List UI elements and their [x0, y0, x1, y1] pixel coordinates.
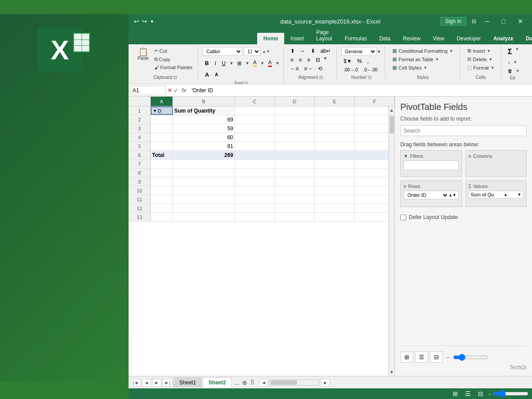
h-scroll-left[interactable]: ◄: [259, 379, 268, 387]
cell-b7[interactable]: [173, 160, 235, 168]
cell-d6[interactable]: [275, 151, 315, 159]
row-header-10[interactable]: 10: [129, 186, 151, 195]
cell-e11[interactable]: [315, 195, 355, 203]
cell-e6[interactable]: [315, 151, 355, 159]
cell-d11[interactable]: [275, 195, 315, 203]
cell-d2[interactable]: [275, 115, 315, 124]
zoom-minus-btn[interactable]: –: [489, 391, 491, 396]
signin-button[interactable]: Sign in: [440, 17, 466, 26]
insert-dropdown-icon[interactable]: ▼: [487, 49, 491, 53]
cell-b1[interactable]: Sum of Quantity: [173, 106, 235, 115]
sheet-nav-next[interactable]: ►: [152, 379, 161, 387]
compact-view-btn[interactable]: ⊟: [430, 352, 443, 363]
decrease-font-btn[interactable]: A: [213, 71, 220, 78]
cell-a2[interactable]: [151, 115, 173, 124]
cell-c11[interactable]: [235, 195, 275, 203]
pivot-columns-area[interactable]: ≡ Columns: [466, 150, 527, 177]
rows-field-up-icon[interactable]: ▲: [449, 193, 453, 197]
cell-d10[interactable]: [275, 186, 315, 195]
qat-dropdown[interactable]: ▼: [150, 19, 154, 24]
cell-e3[interactable]: [315, 124, 355, 133]
cell-d13[interactable]: [275, 213, 315, 221]
tab-developer[interactable]: Developer: [450, 33, 487, 44]
cell-f5[interactable]: [355, 142, 388, 150]
row-header-13[interactable]: 13: [129, 213, 151, 221]
window-mode-btn[interactable]: ⊟: [472, 18, 476, 24]
col-header-e[interactable]: E: [315, 97, 355, 106]
cell-c12[interactable]: [235, 204, 275, 212]
cut-btn[interactable]: ✂ Cut: [153, 47, 195, 55]
cell-b6[interactable]: 269: [173, 151, 235, 159]
cf-dropdown-icon[interactable]: ▼: [450, 49, 454, 53]
format-as-table-btn[interactable]: ▦ Format as Table ▼: [390, 55, 442, 63]
cell-f11[interactable]: [355, 195, 388, 203]
formula-confirm-btn[interactable]: ✓: [174, 87, 178, 94]
underline-btn[interactable]: U: [219, 59, 228, 67]
cell-d8[interactable]: [275, 168, 315, 177]
row-header-2[interactable]: 2: [129, 115, 151, 124]
cell-b5[interactable]: 81: [173, 142, 235, 150]
cell-c6[interactable]: [235, 151, 275, 159]
fill-btn[interactable]: ↓: [505, 59, 512, 66]
format-dropdown-icon[interactable]: ▼: [490, 66, 494, 70]
h-scroll-right[interactable]: ►: [321, 379, 330, 387]
page-layout-view-btn[interactable]: ☰: [463, 390, 473, 397]
tab-home[interactable]: Home: [257, 33, 284, 44]
col-header-b[interactable]: B: [173, 97, 235, 106]
scroll-up-arrow[interactable]: ▲: [388, 106, 395, 114]
col-header-d[interactable]: D: [275, 97, 315, 106]
sheet-nav-prev[interactable]: ◄: [142, 379, 151, 387]
outline-view-btn[interactable]: ☰: [415, 352, 428, 363]
sheet-nav-first[interactable]: |◄: [130, 379, 141, 387]
cell-a3[interactable]: [151, 124, 173, 133]
cell-f12[interactable]: [355, 204, 388, 212]
dollar-btn[interactable]: $▼: [341, 57, 354, 65]
copy-btn[interactable]: ⧉ Copy: [153, 55, 195, 63]
tab-design[interactable]: Design: [520, 33, 532, 44]
cell-a8[interactable]: [151, 168, 173, 177]
clear-dropdown-icon[interactable]: ▼: [516, 69, 520, 73]
pivot-rows-area[interactable]: ≡ Rows Order ID ▲ ▼: [400, 180, 462, 207]
cell-a7[interactable]: [151, 160, 173, 168]
tab-formulas[interactable]: Formulas: [338, 33, 373, 44]
normal-view-btn[interactable]: ⊞: [451, 390, 460, 397]
cell-a13[interactable]: [151, 213, 173, 221]
tab-analyze[interactable]: Analyze: [487, 33, 520, 44]
cell-a4[interactable]: [151, 133, 173, 141]
decrease-decimal-btn[interactable]: .0←.00: [361, 66, 379, 73]
col-header-f[interactable]: F: [355, 97, 395, 106]
cell-e12[interactable]: [315, 204, 355, 212]
row-header-5[interactable]: 5: [129, 142, 151, 150]
format-btn[interactable]: ⬚ Format ▼: [465, 64, 497, 71]
tab-insert[interactable]: Insert: [284, 33, 310, 44]
pivot-values-area[interactable]: Σ Values Sum of Qu ▲ ▼: [466, 180, 527, 207]
align-top-btn[interactable]: ⬆: [288, 47, 297, 55]
cell-c3[interactable]: [235, 124, 275, 133]
cell-c9[interactable]: [235, 177, 275, 186]
cell-a9[interactable]: [151, 177, 173, 186]
cell-a11[interactable]: [151, 195, 173, 203]
cell-d9[interactable]: [275, 177, 315, 186]
cell-a10[interactable]: [151, 186, 173, 195]
bold-btn[interactable]: B: [203, 59, 211, 67]
pivot-search-input[interactable]: [400, 125, 527, 136]
cell-e9[interactable]: [315, 177, 355, 186]
cell-c7[interactable]: [235, 160, 275, 168]
fill-dropdown-icon[interactable]: ▼: [513, 60, 517, 64]
undo-btn[interactable]: ↩: [134, 18, 139, 25]
cell-d12[interactable]: [275, 204, 315, 212]
align-middle-btn[interactable]: ↔: [298, 47, 308, 55]
zoom-slider[interactable]: [453, 354, 489, 361]
tab-view[interactable]: View: [426, 33, 450, 44]
cell-a6[interactable]: Total: [151, 151, 173, 159]
cell-f2[interactable]: [355, 115, 388, 124]
autosum-btn[interactable]: Σ: [505, 47, 514, 57]
number-format-select[interactable]: General: [341, 47, 377, 56]
scroll-thumb[interactable]: [390, 116, 394, 133]
merge-btn[interactable]: ⊟: [313, 56, 322, 64]
sheet-tab-sheet2[interactable]: Sheet2: [203, 377, 231, 388]
italic-btn[interactable]: I: [212, 59, 218, 67]
cell-b4[interactable]: 60: [173, 133, 235, 141]
increase-decimal-btn[interactable]: .00→.0: [341, 66, 360, 73]
cell-d3[interactable]: [275, 124, 315, 133]
